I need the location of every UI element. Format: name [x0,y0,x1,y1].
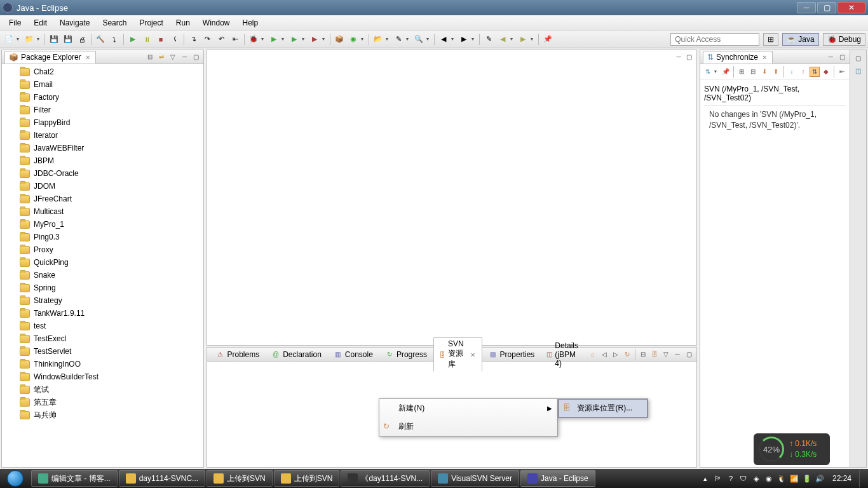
update-button[interactable]: ↓ [787,67,797,77]
search-button[interactable]: 🔍 [412,33,425,46]
ctx-new[interactable]: 新建(N) ▶ [379,399,557,417]
pin-button[interactable]: 📌 [541,33,554,46]
terminate-button[interactable]: ■ [154,33,167,46]
synchronize-tab[interactable]: ⇅ Synchronize ✕ [703,51,773,64]
pin-button[interactable]: 📌 [721,67,731,77]
annotation-prev-button[interactable]: ◀ [437,33,450,46]
project-item[interactable]: Factory [2,91,203,104]
perspective-debug[interactable]: 🐞 Debug [823,33,865,46]
tray-security[interactable]: 🛡 [738,473,749,484]
expand-button[interactable]: ⊞ [736,67,747,77]
collapse-button[interactable]: ⊟ [748,67,758,77]
resume-button[interactable]: ▶ [126,33,139,46]
menu-run[interactable]: Run [170,17,196,29]
new-repo-button[interactable]: 🗄 [649,349,660,360]
minimize-view-button[interactable]: ─ [825,52,836,62]
project-item[interactable]: 笔试 [2,383,203,396]
minimize-view-button[interactable]: ─ [179,52,189,62]
minimize-view-button[interactable]: ─ [672,349,682,360]
project-item[interactable]: JBPM [2,154,203,167]
minimize-button[interactable]: ─ [797,2,816,13]
tab-problems[interactable]: ⚠Problems [210,348,265,361]
debug-button[interactable]: 🐞 [247,33,260,46]
new-folder-button[interactable]: 📁 [23,33,36,46]
project-item[interactable]: 马兵帅 [2,409,203,421]
maximize-view-button[interactable]: ▢ [837,52,847,62]
project-item[interactable]: Chat2 [2,65,203,78]
project-item[interactable]: TestExecl [2,332,203,345]
close-tab-icon[interactable]: ✕ [84,54,92,61]
skip-button[interactable]: ⤵ [108,33,121,46]
project-item[interactable]: Ping0.3 [2,231,203,243]
step-into-button[interactable]: ↴ [187,33,200,46]
project-item[interactable]: WindowBuilderTest [2,370,203,383]
commit-button[interactable]: ↑ [798,67,808,77]
project-item[interactable]: 第五章 [2,396,203,409]
mode-both-button[interactable]: ⇅ [810,67,820,77]
external-tools-button[interactable]: ▶ [308,33,321,46]
menu-navigate[interactable]: Navigate [53,17,96,29]
save-all-button[interactable]: 💾 [62,33,74,46]
run-last-button[interactable]: ▶ [288,33,301,46]
project-item[interactable]: MyPro_1 [2,218,203,231]
close-tab-icon[interactable]: ✕ [469,351,477,358]
drop-frame-button[interactable]: ⇤ [229,33,241,46]
close-button[interactable]: ✕ [837,2,865,13]
run-button[interactable]: ▶ [268,33,280,46]
package-explorer-tab[interactable]: 📦 Package Explorer ✕ [4,51,96,64]
svn-repo-content[interactable]: 新建(N) ▶ ↻ 刷新 🗄 资源库位置(R)... [207,362,696,467]
tray-arrow-button[interactable]: ▴ [700,473,710,484]
project-item[interactable]: Email [2,78,203,91]
perspective-java[interactable]: ☕ Java [782,33,818,46]
close-tab-icon[interactable]: ✕ [761,54,768,61]
step-over-button[interactable]: ↷ [201,33,214,46]
new-button[interactable]: 📄 [3,33,15,46]
battery-widget[interactable]: 42% ↑ 0.1K/s ↓ 0.3K/s [754,433,830,465]
maximize-view-button[interactable]: ▢ [684,349,694,360]
menu-window[interactable]: Window [196,17,236,29]
project-tree[interactable]: Chat2EmailFactoryFilterFlappyBirdIterato… [2,64,203,467]
menu-help[interactable]: Help [236,17,265,29]
save-button[interactable]: 💾 [48,33,60,46]
project-item[interactable]: Strategy [2,294,203,307]
project-item[interactable]: Iterator [2,129,203,142]
project-item[interactable]: TankWar1.9.11 [2,307,203,320]
ctx-refresh[interactable]: ↻ 刷新 [379,417,557,436]
ctx-repo-location[interactable]: 🗄 资源库位置(R)... [559,399,648,417]
quick-access-input[interactable] [670,33,759,46]
tab-progress[interactable]: ↻Progress [379,348,433,361]
tab-properties[interactable]: ▤Properties [483,348,541,361]
taskbar-item[interactable]: 上传到SVN [207,470,273,487]
project-item[interactable]: Proxy [2,243,203,256]
taskbar-item[interactable]: day1114-SVNC... [119,470,205,487]
forward-button[interactable]: ▶ [517,33,529,46]
tray-app2[interactable]: ◉ [764,473,774,484]
conflicts-button[interactable]: ◆ [821,67,831,77]
project-item[interactable]: JFreeChart [2,193,203,205]
project-item[interactable]: JDOM [2,180,203,193]
build-button[interactable]: 🔨 [94,33,107,46]
view-menu-button[interactable]: ▽ [661,349,671,360]
tab-console[interactable]: ▥Console [328,348,379,361]
project-item[interactable]: JDBC-Oracle [2,167,203,180]
nav-back-button[interactable]: ◁ [599,349,609,360]
maximize-view-button[interactable]: ▢ [191,52,201,62]
menu-project[interactable]: Project [133,17,169,29]
tray-qq[interactable]: 🐧 [776,473,787,484]
step-return-button[interactable]: ↶ [215,33,227,46]
maximize-button[interactable]: ▢ [817,2,836,13]
new-class-button[interactable]: ◉ [347,33,360,46]
home-button[interactable]: ⌂ [588,349,598,360]
taskbar-item[interactable]: VisualSVN Server [431,470,519,487]
project-item[interactable]: Spring [2,281,203,294]
outgoing-button[interactable]: ⬆ [771,67,781,77]
show-desktop-button[interactable] [859,470,865,487]
taskbar-item[interactable]: 编辑文章 - 博客... [31,470,118,487]
project-item[interactable]: JavaWEBFilter [2,142,203,154]
taskbar-clock[interactable]: 22:24 [827,474,857,483]
tab-declaration[interactable]: @Declaration [266,348,327,361]
open-type-button[interactable]: 📂 [372,33,384,46]
collapse-all-button[interactable]: ⊟ [145,52,155,62]
back-button[interactable]: ◀ [496,33,509,46]
suspend-button[interactable]: ⏸ [140,33,153,46]
